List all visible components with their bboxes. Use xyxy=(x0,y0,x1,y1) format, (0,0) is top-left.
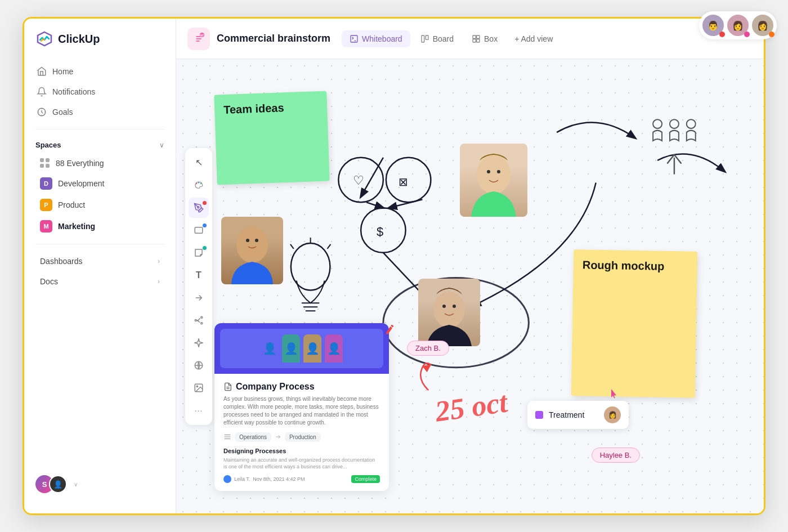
space-item-product[interactable]: P Product xyxy=(29,194,171,216)
main-content: Commercial brainstorm Whiteboard xyxy=(176,19,764,513)
sidebar-section-docs[interactable]: Docs › xyxy=(29,271,171,292)
svg-point-43 xyxy=(487,170,490,173)
whiteboard-canvas[interactable]: ↖ xyxy=(176,59,764,513)
svg-point-39 xyxy=(246,239,249,242)
sidebar-nav: Home Notifications Goals xyxy=(24,61,176,122)
space-item-development[interactable]: D Development xyxy=(29,173,171,194)
tool-sparkle[interactable] xyxy=(189,333,209,353)
sidebar-item-goals[interactable]: Goals xyxy=(30,102,170,122)
person-svg-1 xyxy=(221,217,283,284)
tool-pen[interactable] xyxy=(189,198,209,218)
tool-palette[interactable] xyxy=(189,175,209,195)
svg-point-21 xyxy=(196,386,198,387)
banner-fig-3: 👤 xyxy=(303,334,321,363)
add-view-label: + Add view xyxy=(514,34,553,43)
document-card[interactable]: 👤 👤 👤 👤 xyxy=(214,323,389,491)
banner-fig-2: 👤 xyxy=(282,334,300,363)
tool-arrow[interactable] xyxy=(189,288,209,308)
collab-2: 👩 xyxy=(726,17,750,38)
sparkle-icon xyxy=(194,338,204,348)
svg-point-14 xyxy=(198,206,199,208)
svg-point-44 xyxy=(497,170,500,173)
date-annotation: 25 oct xyxy=(433,385,509,428)
sticky-note-green: Team ideas xyxy=(214,91,329,185)
banner-figures: 👤 👤 👤 👤 xyxy=(261,334,343,363)
tool-text[interactable]: T xyxy=(189,265,209,285)
tool-cursor[interactable]: ↖ xyxy=(189,153,209,173)
spaces-header[interactable]: Spaces ∨ xyxy=(24,136,176,154)
flow-to: Production xyxy=(285,432,321,442)
tool-sticky[interactable] xyxy=(189,243,209,263)
sidebar-item-notifications[interactable]: Notifications xyxy=(30,82,170,102)
svg-text:♡: ♡ xyxy=(353,173,364,187)
svg-text:⊠: ⊠ xyxy=(399,176,408,188)
tab-board-label: Board xyxy=(433,34,454,43)
tab-whiteboard-label: Whiteboard xyxy=(362,34,402,43)
box-icon xyxy=(472,34,481,43)
spaces-chevron: ∨ xyxy=(159,141,164,149)
svg-rect-5 xyxy=(422,35,424,42)
svg-point-34 xyxy=(670,119,679,128)
space-product-label: Product xyxy=(58,200,85,209)
treatment-color xyxy=(535,411,543,419)
tool-globe[interactable] xyxy=(189,355,209,375)
sticky-icon xyxy=(194,248,204,258)
add-view-button[interactable]: + Add view xyxy=(508,30,559,47)
sticky-note-yellow: Rough mockup xyxy=(571,249,698,398)
sidebar-divider xyxy=(35,129,164,129)
svg-point-40 xyxy=(255,239,258,242)
tool-rectangle[interactable] xyxy=(189,220,209,240)
doc-author: Leila T. Nov 8th, 2021 4:42 PM xyxy=(223,475,305,483)
collaborator-avatars: 👨 👩 👩 xyxy=(699,17,765,39)
treatment-label: Treatment xyxy=(549,410,598,419)
svg-point-23 xyxy=(338,158,383,203)
svg-line-31 xyxy=(327,244,330,249)
sidebar: ClickUp Home Notifications xyxy=(24,19,176,513)
label-zach: Zach B. xyxy=(407,341,449,356)
product-badge: P xyxy=(40,199,52,211)
svg-point-29 xyxy=(291,243,330,290)
tab-board[interactable]: Board xyxy=(413,30,462,47)
space-item-everything[interactable]: Leila T. 88 Everything xyxy=(29,154,171,173)
face-photo-2 xyxy=(460,144,527,217)
svg-point-12 xyxy=(198,182,199,183)
tool-more[interactable]: ··· xyxy=(189,400,209,421)
app-window: ClickUp Home Notifications xyxy=(23,17,765,515)
sidebar-section-dashboards[interactable]: Dashboards › xyxy=(29,251,171,271)
tab-box[interactable]: Box xyxy=(464,30,505,47)
avatar-secondary: 👤 xyxy=(49,475,67,493)
user-avatars[interactable]: S 👤 xyxy=(35,475,67,493)
doc-section-title: Designing Processes xyxy=(223,448,380,454)
svg-line-32 xyxy=(290,244,294,249)
cursor-icon xyxy=(610,389,620,402)
everything-icon xyxy=(40,158,50,168)
svg-rect-15 xyxy=(195,227,203,233)
label-haylee: Haylee B. xyxy=(592,448,640,463)
logo[interactable]: ClickUp xyxy=(24,30,176,61)
user-menu-chevron[interactable]: ∨ xyxy=(74,481,78,488)
doc-author-dot xyxy=(223,475,231,483)
sidebar-divider-2 xyxy=(35,244,164,244)
space-item-marketing[interactable]: M Marketing xyxy=(29,216,171,237)
page-icon-wrapper xyxy=(187,28,210,50)
tab-box-label: Box xyxy=(484,34,498,43)
globe-icon xyxy=(194,360,204,370)
bell-icon xyxy=(37,87,47,97)
page-title: Commercial brainstorm xyxy=(217,33,330,44)
svg-point-27 xyxy=(361,208,406,253)
doc-footer: Leila T. Nov 8th, 2021 4:42 PM Complete xyxy=(223,475,380,483)
face-photo-3 xyxy=(418,279,480,346)
spaces-title: Spaces xyxy=(35,141,61,149)
dashboards-label: Dashboards xyxy=(40,257,83,266)
banner-fig-1: 👤 xyxy=(261,334,279,363)
flow-from: Operations xyxy=(235,432,271,442)
svg-point-46 xyxy=(437,293,462,314)
tool-image[interactable] xyxy=(189,378,209,398)
sidebar-item-home[interactable]: Home xyxy=(30,61,170,82)
tab-whiteboard[interactable]: Whiteboard xyxy=(342,30,410,47)
treatment-card[interactable]: Treatment 👩 xyxy=(527,401,629,429)
sidebar-footer: S 👤 ∨ xyxy=(24,466,176,502)
tool-connect[interactable] xyxy=(189,310,209,330)
svg-point-18 xyxy=(201,322,203,324)
view-tabs: Whiteboard Board xyxy=(342,30,753,47)
